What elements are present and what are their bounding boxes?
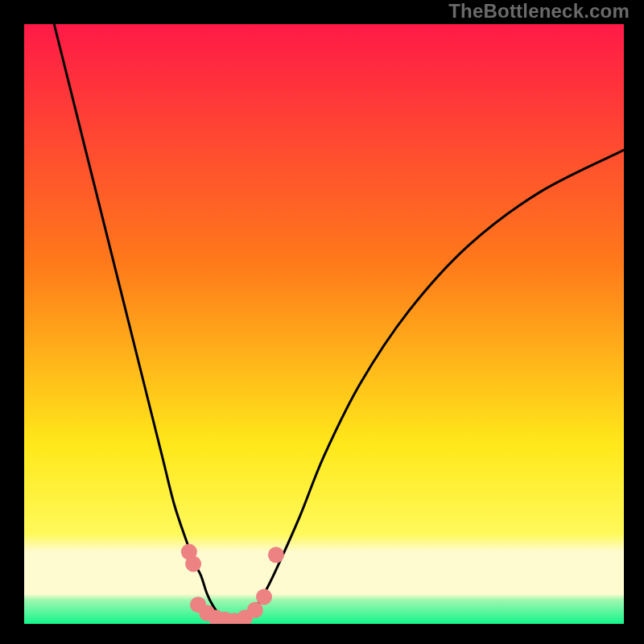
highlight-marker xyxy=(247,602,263,618)
plot-area xyxy=(24,24,624,624)
bottleneck-chart xyxy=(24,24,624,624)
chart-frame: TheBottleneck.com xyxy=(0,0,644,644)
watermark-text: TheBottleneck.com xyxy=(448,0,630,23)
gradient-background xyxy=(24,24,624,624)
highlight-marker xyxy=(268,547,284,563)
highlight-marker xyxy=(256,588,272,605)
highlight-marker xyxy=(185,556,201,572)
